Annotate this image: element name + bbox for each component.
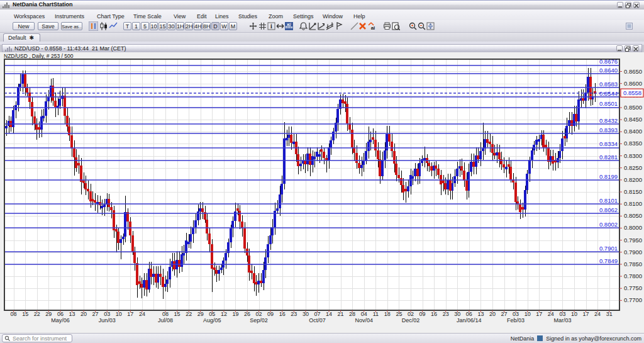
svg-text:0.8501: 0.8501 bbox=[599, 100, 618, 107]
svg-text:0.8583: 0.8583 bbox=[599, 81, 618, 87]
svg-text:0.8400: 0.8400 bbox=[624, 128, 642, 135]
svg-text:al: al bbox=[371, 25, 375, 30]
svg-text:Sep/02: Sep/02 bbox=[250, 317, 268, 323]
svg-text:0.8600: 0.8600 bbox=[624, 80, 642, 87]
svg-text:Jul/08: Jul/08 bbox=[158, 317, 173, 323]
svg-text:0.8432: 0.8432 bbox=[599, 117, 618, 124]
svg-text:0.8199: 0.8199 bbox=[599, 173, 618, 180]
svg-text:Dec/02: Dec/02 bbox=[402, 317, 420, 323]
svg-text:0.8650: 0.8650 bbox=[624, 68, 642, 75]
svg-text:0.8450: 0.8450 bbox=[624, 116, 642, 123]
svg-text:0.8000: 0.8000 bbox=[624, 224, 642, 231]
svg-text:0.7850: 0.7850 bbox=[624, 261, 642, 267]
svg-text:0.8350: 0.8350 bbox=[624, 140, 642, 147]
svg-text:0.7750: 0.7750 bbox=[624, 284, 642, 291]
svg-text:0.8100: 0.8100 bbox=[624, 200, 642, 207]
svg-text:0.8062: 0.8062 bbox=[599, 206, 618, 213]
svg-text:0.7800: 0.7800 bbox=[624, 273, 642, 279]
svg-text:0.8250: 0.8250 bbox=[624, 164, 642, 171]
svg-text:i: i bbox=[270, 23, 272, 30]
svg-text:Nov/04: Nov/04 bbox=[355, 317, 373, 323]
svg-text:0.8281: 0.8281 bbox=[599, 154, 618, 160]
svg-text:0.8393: 0.8393 bbox=[599, 127, 618, 133]
svg-text:vol: vol bbox=[287, 22, 291, 26]
svg-text:0.7950: 0.7950 bbox=[624, 237, 642, 244]
svg-text:0.8200: 0.8200 bbox=[624, 176, 642, 183]
svg-text:Jan/06/14: Jan/06/14 bbox=[457, 317, 482, 323]
svg-text:May/06: May/06 bbox=[51, 317, 70, 323]
svg-text:0.8002: 0.8002 bbox=[599, 221, 618, 228]
svg-text:Feb/03: Feb/03 bbox=[507, 317, 525, 323]
svg-text:0.8150: 0.8150 bbox=[624, 188, 642, 195]
svg-text:0.8050: 0.8050 bbox=[624, 212, 642, 219]
svg-text:Mar/03: Mar/03 bbox=[553, 317, 571, 323]
svg-text:0.8334: 0.8334 bbox=[599, 140, 618, 147]
svg-text:0.7900: 0.7900 bbox=[624, 249, 642, 256]
svg-text:0.8300: 0.8300 bbox=[624, 152, 642, 159]
svg-text:0.7849: 0.7849 bbox=[599, 257, 618, 264]
svg-text:Jun/03: Jun/03 bbox=[99, 317, 116, 323]
svg-text:Oct/07: Oct/07 bbox=[309, 317, 326, 323]
svg-text:0.7700: 0.7700 bbox=[624, 296, 642, 303]
svg-text:Aug/05: Aug/05 bbox=[203, 317, 221, 323]
svg-text:0.8500: 0.8500 bbox=[624, 104, 642, 111]
svg-text:0.8640: 0.8640 bbox=[599, 67, 618, 74]
svg-text:0.8558: 0.8558 bbox=[623, 89, 641, 96]
svg-text:0.8101: 0.8101 bbox=[599, 197, 618, 204]
svg-text:0.7901: 0.7901 bbox=[599, 245, 618, 252]
